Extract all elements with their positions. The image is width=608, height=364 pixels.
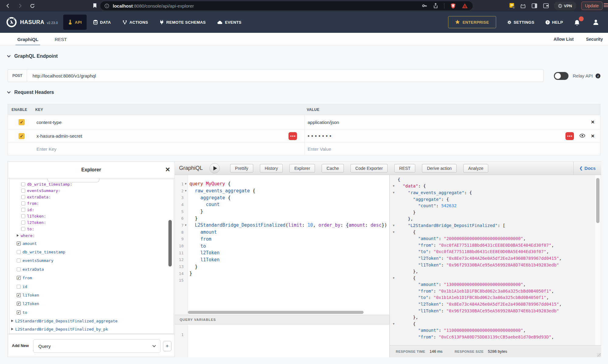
checkbox-icon[interactable]: ✓ <box>17 293 21 297</box>
fold-arrow-icon[interactable]: ▼ <box>184 224 188 227</box>
brave-shield-icon[interactable] <box>451 3 456 9</box>
explorer-where-item[interactable]: where: <box>9 232 174 239</box>
key-icon[interactable] <box>422 3 427 9</box>
help-button[interactable]: ? HELP <box>545 20 563 25</box>
checkbox-icon[interactable]: ✓ <box>17 302 21 306</box>
response-scrollbar[interactable] <box>596 178 599 223</box>
query-code[interactable]: l1Token <box>188 257 219 263</box>
secret-badge-icon[interactable] <box>565 132 574 140</box>
checkbox-icon[interactable] <box>21 182 25 186</box>
relay-info-icon[interactable]: i <box>596 74 600 78</box>
nav-tab-actions[interactable]: ACTIONS <box>118 15 153 30</box>
enterprise-button[interactable]: ENTERPRISE <box>448 16 496 28</box>
brand-name[interactable]: HASURA <box>20 19 44 26</box>
checkbox-icon[interactable] <box>21 227 25 231</box>
update-button[interactable]: Update <box>581 2 603 10</box>
graphql-endpoint-section-header[interactable]: GraphQL Endpoint <box>8 53 58 59</box>
checkbox-icon[interactable] <box>21 221 25 225</box>
checkbox-icon[interactable] <box>17 259 21 263</box>
relay-api-toggle[interactable] <box>554 72 568 80</box>
notifications-button[interactable] <box>574 18 582 27</box>
reveal-eye-icon[interactable] <box>579 133 585 139</box>
checkbox-icon[interactable] <box>21 201 25 205</box>
url-bar[interactable]: localhost:8080/console/api/api-explorer <box>100 1 473 10</box>
explorer-field-item[interactable]: ✓from <box>9 274 174 282</box>
expand-arrow-icon[interactable] <box>11 320 13 322</box>
reload-icon[interactable] <box>29 2 36 9</box>
expand-arrow-icon[interactable] <box>11 328 13 330</box>
header-enabled-checkbox[interactable]: ✓ <box>19 119 25 125</box>
add-operation-button[interactable]: + <box>163 341 171 351</box>
user-icon[interactable] <box>593 19 599 25</box>
query-code[interactable]: to <box>188 243 206 249</box>
header-key-input[interactable]: x-hasura-admin-secret <box>35 129 304 143</box>
sidebar-extension-icon[interactable] <box>531 2 538 9</box>
checkbox-icon[interactable] <box>17 285 21 289</box>
checkbox-icon[interactable]: ✓ <box>17 311 21 314</box>
nav-tab-data[interactable]: DATA <box>88 15 116 30</box>
toolbar-button-prettify[interactable]: Prettify <box>230 164 253 173</box>
query-editor[interactable]: 1▼query MyQuery {2▼ raw_events_aggregate… <box>175 175 389 315</box>
operation-type-select[interactable]: Query <box>33 339 161 353</box>
security-link[interactable]: Security <box>586 33 603 46</box>
execute-button[interactable] <box>209 163 220 173</box>
toolbar-button-code-exporter[interactable]: Code Exporter <box>351 164 388 173</box>
docs-button[interactable]: ❮Docs <box>573 162 601 175</box>
explorer-close-icon[interactable]: ✕ <box>165 166 170 173</box>
explorer-field-item[interactable]: db_write_timestamp <box>9 248 174 256</box>
checkbox-icon[interactable] <box>17 250 21 254</box>
bookmark-icon[interactable] <box>91 2 98 9</box>
query-code[interactable]: } <box>188 264 198 270</box>
toolbar-button-history[interactable]: History <box>260 164 283 173</box>
editor-hscrollbar[interactable] <box>188 311 364 314</box>
resize-grip[interactable] <box>597 353 601 357</box>
explorer-arg-item[interactable]: to: <box>9 226 174 232</box>
nav-tab-events[interactable]: EVENTS <box>212 15 246 30</box>
query-code[interactable]: amount <box>188 229 217 235</box>
query-code[interactable]: query MyQuery { <box>188 181 230 187</box>
share-icon[interactable] <box>433 3 438 9</box>
fold-arrow-icon[interactable]: ▼ <box>184 189 188 192</box>
endpoint-url-input[interactable]: http://localhost:8080/v1/graphql <box>27 69 544 82</box>
toolbar-button-derive-action[interactable]: Derive action <box>422 164 457 173</box>
checkbox-icon[interactable] <box>21 214 25 218</box>
toolbar-button-cache[interactable]: Cache <box>322 164 344 173</box>
explorer-arg-item[interactable]: l1Token: <box>9 213 174 219</box>
checkbox-icon[interactable]: ✓ <box>17 242 21 246</box>
back-icon[interactable] <box>4 2 12 9</box>
header-value-input[interactable]: application/json✕ <box>304 115 600 129</box>
menu-icon[interactable] <box>604 3 608 7</box>
header-key-input[interactable]: content-type <box>35 115 304 129</box>
explorer-field-item[interactable]: extraData <box>9 265 174 273</box>
header-enabled-checkbox[interactable]: ✓ <box>19 133 25 139</box>
query-code[interactable]: } <box>188 271 192 276</box>
checkbox-icon[interactable] <box>21 189 25 193</box>
nav-tab-api[interactable]: API <box>63 15 87 30</box>
explorer-field-item[interactable]: ✓l1Token <box>9 291 174 299</box>
nav-tab-remote-schemas[interactable]: REMOTE SCHEMAS <box>155 15 211 30</box>
explorer-arg-item[interactable]: id: <box>9 207 174 213</box>
checkbox-icon[interactable]: ✓ <box>17 276 21 280</box>
explorer-root-item[interactable]: L2StandardBridge_DepositFinalized_aggreg… <box>9 317 174 325</box>
new-header-value-input[interactable]: Enter Value <box>304 143 600 155</box>
explorer-field-item[interactable]: ✓to <box>9 308 174 317</box>
toolbar-button-rest[interactable]: REST <box>394 164 415 173</box>
query-variables-header[interactable]: QUERY VARIABLES <box>175 315 389 325</box>
explorer-field-item[interactable]: eventsSummary <box>9 256 174 265</box>
allow-list-link[interactable]: Allow List <box>554 33 574 46</box>
explorer-arg-item[interactable]: eventsSummary: <box>9 187 174 194</box>
query-variables-editor[interactable]: 1 <box>175 325 389 357</box>
query-code[interactable]: l2Token <box>188 250 219 256</box>
remove-header-icon[interactable]: ✕ <box>591 119 595 125</box>
settings-button[interactable]: SETTINGS <box>507 20 534 25</box>
forward-icon[interactable] <box>16 2 24 9</box>
checkbox-icon[interactable] <box>17 267 21 271</box>
site-info-icon[interactable] <box>105 4 109 8</box>
new-header-key-input[interactable]: Enter Key <box>35 143 304 155</box>
explorer-field-item[interactable]: ✓l2Token <box>9 300 174 308</box>
cat-extension-icon[interactable] <box>519 2 527 9</box>
fold-arrow-icon[interactable]: ▼ <box>184 182 188 185</box>
explorer-arg-item[interactable]: extraData: <box>9 194 174 200</box>
query-code[interactable]: } <box>188 216 198 221</box>
explorer-root-item[interactable]: L2StandardBridge_DepositFinalized_by_pk <box>9 325 174 333</box>
